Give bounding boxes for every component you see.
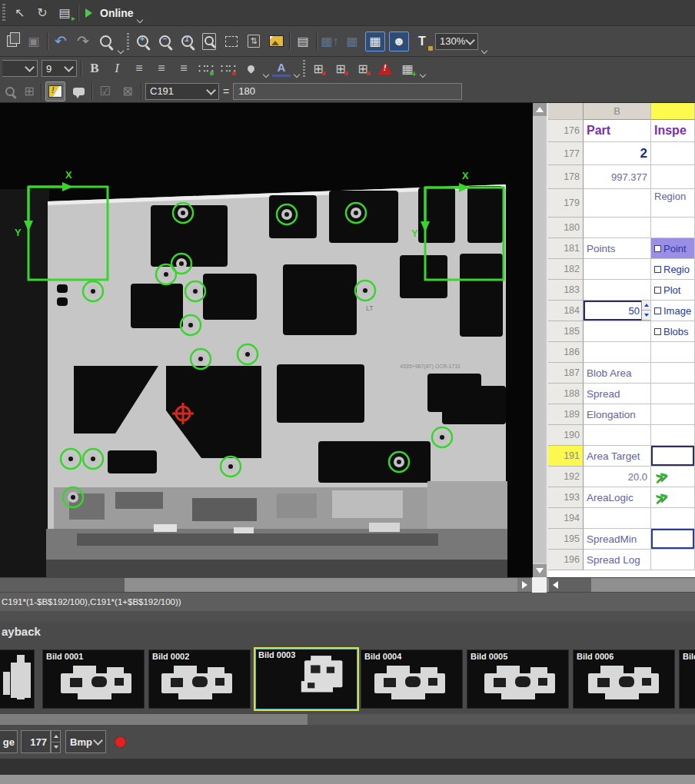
insert-row-icon[interactable]: ▦↑ (321, 32, 339, 51)
job-pass-fail-icon[interactable]: ▦+ (398, 59, 417, 78)
filmstrip-scroll-thumb[interactable] (0, 714, 308, 725)
row-number-191[interactable]: 191 (548, 446, 584, 467)
cell-B183[interactable] (584, 280, 651, 301)
spin-up-icon[interactable] (642, 301, 650, 311)
cell-B192[interactable]: 20.0 (584, 467, 651, 487)
image-vertical-scrollbar[interactable] (533, 103, 547, 577)
row-number-177[interactable]: 177 (548, 142, 584, 165)
fail-color-format-icon[interactable]: ∷∷ (219, 59, 238, 78)
align-right-icon[interactable]: ≡ (175, 59, 193, 78)
frame-stepper[interactable] (51, 730, 61, 753)
cell-C191[interactable] (651, 446, 695, 467)
scroll-right-button[interactable] (517, 578, 532, 592)
cell-C195[interactable] (651, 529, 695, 550)
italic-button[interactable]: I (108, 59, 126, 78)
fill-color-caret[interactable] (263, 71, 269, 78)
font-color-icon[interactable]: A (272, 61, 291, 77)
column-header-b[interactable]: B (584, 103, 651, 120)
online-play-icon[interactable] (85, 8, 92, 18)
note-icon[interactable] (45, 81, 65, 101)
cell-B196[interactable]: Spread Log (584, 550, 651, 570)
cell-C190[interactable] (651, 425, 695, 446)
sheet-scroll-left-button[interactable] (549, 578, 562, 592)
scroll-down-button[interactable] (533, 564, 547, 577)
cell-C194[interactable] (651, 508, 695, 529)
image-view-button[interactable]: ☻ (389, 32, 409, 51)
image-button[interactable]: ge (0, 730, 18, 753)
export-job-icon[interactable]: ▤▸ (55, 4, 74, 22)
cell-B179[interactable] (584, 189, 651, 218)
row-number-178[interactable]: 178 (548, 165, 584, 189)
image-horizontal-scrollbar[interactable] (0, 578, 517, 592)
cell-B190[interactable] (584, 425, 651, 446)
thumbnail-bild-0002[interactable]: Bild 0002 (148, 649, 251, 709)
row-number-195[interactable]: 195 (548, 529, 584, 550)
cell-C189[interactable] (651, 404, 695, 425)
scroll-up-button[interactable] (533, 103, 547, 116)
cell-C178[interactable] (651, 165, 695, 189)
row-number-188[interactable]: 188 (548, 384, 584, 404)
format-overflow-caret[interactable] (420, 71, 426, 78)
cell-B180[interactable] (584, 218, 651, 238)
cell-C181[interactable]: Point (651, 238, 695, 259)
row-number-187[interactable]: 187 (548, 363, 584, 384)
thumbnail-bild-0005[interactable]: Bild 0005 (467, 649, 569, 709)
thumbnail-partial-0[interactable] (0, 649, 35, 709)
row-number-181[interactable]: 181 (548, 238, 584, 259)
cell-C186[interactable] (651, 342, 695, 363)
fill-color-icon[interactable] (241, 59, 260, 78)
row-number-183[interactable]: 183 (548, 280, 584, 301)
zoom-actual-icon[interactable]: 1 (178, 32, 196, 51)
cell-C176[interactable]: Inspe (651, 120, 695, 142)
align-left-icon[interactable]: ≡ (130, 59, 148, 78)
row-number-193[interactable]: 193 (548, 487, 584, 508)
thumbnail-bild-0004[interactable]: Bild 0004 (361, 649, 463, 709)
error-warning-icon[interactable] (376, 59, 394, 78)
sheet-horizontal-scrollbar[interactable] (547, 578, 695, 592)
cell-B176[interactable]: Part (584, 120, 651, 142)
image-display-icon[interactable] (267, 32, 285, 51)
cell-reference-select[interactable]: C191 (145, 83, 219, 100)
cell-C177[interactable] (651, 142, 695, 165)
row-number-192[interactable]: 192 (548, 467, 584, 487)
insert-column-icon[interactable]: ▦ (343, 32, 361, 51)
toolbar-grip[interactable] (2, 4, 5, 22)
bold-button[interactable]: B (85, 59, 104, 78)
graphics-stack-icon[interactable]: ▤ (294, 32, 312, 51)
font-color-caret[interactable] (294, 71, 300, 78)
cell-C196[interactable] (651, 550, 695, 570)
frame-number-field[interactable]: 177 (21, 730, 51, 753)
row-number-186[interactable]: 186 (548, 342, 584, 363)
cell-B193[interactable]: AreaLogic (584, 487, 651, 508)
thumbnail-bild-0003[interactable]: Bild 0003 (254, 647, 359, 711)
cell-B188[interactable]: Spread (584, 384, 651, 404)
cell-B195[interactable]: SpreadMin (584, 529, 651, 550)
protect-cells-icon[interactable]: ⊠ (118, 82, 137, 101)
cell-B189[interactable]: Elongation (584, 404, 651, 425)
cell-B182[interactable] (584, 259, 651, 280)
paste-icon[interactable]: ▣ (25, 32, 43, 51)
cell-B178[interactable]: 997.377 (584, 165, 651, 189)
cell-C183[interactable]: Plot (651, 280, 695, 301)
comment-icon[interactable] (69, 82, 88, 101)
overlay-text-icon[interactable]: T (413, 32, 431, 51)
row-number-184[interactable]: 184 (548, 301, 584, 321)
row-number-180[interactable]: 180 (548, 218, 584, 238)
spin-down-icon[interactable] (642, 311, 650, 321)
zoom-region-icon[interactable] (200, 32, 218, 51)
cell-C187[interactable] (651, 363, 695, 384)
vertical-scroll-thumb[interactable] (534, 117, 546, 563)
cell-C192[interactable]: ≫ (651, 467, 695, 487)
cell-C180[interactable] (651, 218, 695, 238)
zoom-in-icon[interactable]: + (133, 32, 151, 51)
thumbnail-bild-0006[interactable]: Bild 0006 (573, 649, 675, 709)
zoom-cell-icon[interactable] (2, 82, 18, 101)
row-number-189[interactable]: 189 (548, 404, 584, 425)
checkbox-tool-icon[interactable]: ☑ (96, 82, 115, 101)
spreadsheet-view-button[interactable]: ▦ (365, 32, 385, 51)
zoom-fit-icon[interactable] (222, 32, 241, 51)
cell-spinner[interactable] (641, 301, 650, 321)
cell-C193[interactable]: ≫ (651, 487, 695, 508)
frame-step-up[interactable] (51, 730, 61, 742)
row-number-196[interactable]: 196 (548, 550, 584, 570)
